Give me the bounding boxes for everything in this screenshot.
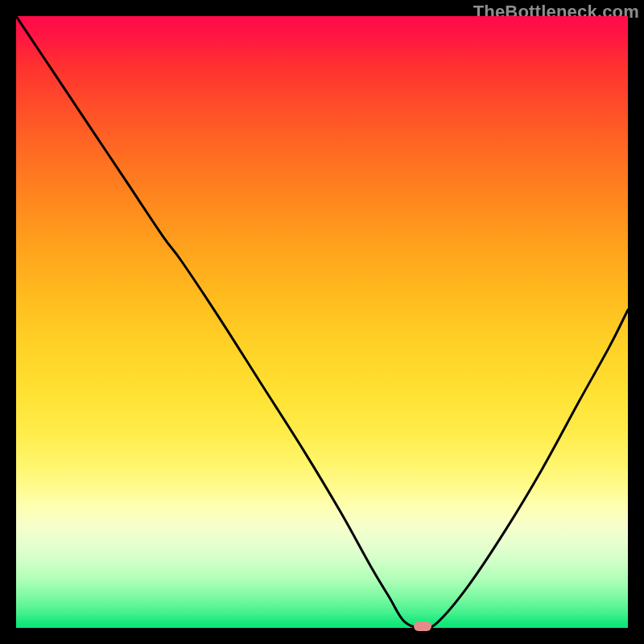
plot-area: [16, 16, 628, 628]
optimum-marker: [414, 621, 431, 631]
chart-container: TheBottleneck.com: [0, 0, 644, 644]
bottleneck-curve: [16, 16, 628, 628]
